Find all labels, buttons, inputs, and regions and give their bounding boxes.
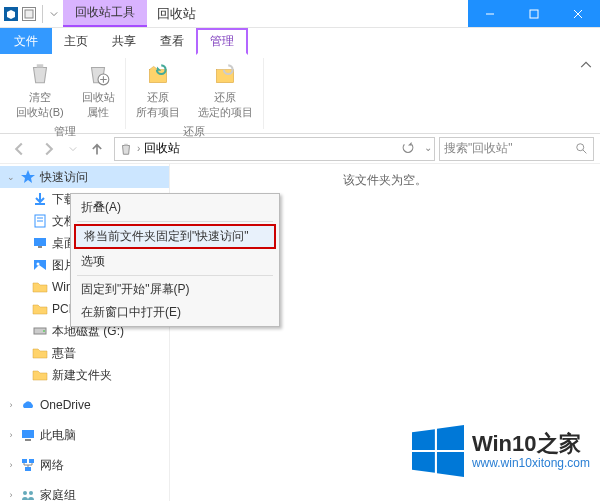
- refresh-button[interactable]: [402, 142, 414, 157]
- close-button[interactable]: [556, 0, 600, 27]
- restore-all-icon: [142, 60, 174, 88]
- context-menu: 折叠(A) 将当前文件夹固定到"快速访问" 选项 固定到"开始"屏幕(P) 在新…: [70, 193, 280, 327]
- svg-rect-21: [25, 439, 31, 441]
- search-placeholder: 搜索"回收站": [444, 140, 513, 157]
- app-icon: [4, 7, 18, 21]
- recycle-bin-properties-button[interactable]: 回收站 属性: [78, 58, 119, 122]
- address-location: 回收站: [144, 140, 180, 157]
- svg-point-19: [43, 330, 45, 332]
- contextual-tab-header: 回收站工具: [63, 0, 147, 27]
- pc-icon: [20, 427, 36, 443]
- folder-icon: [32, 367, 48, 383]
- svg-point-26: [29, 491, 33, 495]
- folder-icon: [32, 301, 48, 317]
- menu-collapse[interactable]: 折叠(A): [73, 196, 277, 219]
- homegroup-icon: [20, 487, 36, 501]
- tree-homegroup[interactable]: ›家庭组: [0, 484, 169, 501]
- tree-this-pc[interactable]: ›此电脑: [0, 424, 169, 446]
- folder-icon: [32, 345, 48, 361]
- ribbon-tabs: 文件 主页 共享 查看 管理: [0, 28, 600, 54]
- window-title: 回收站: [147, 0, 468, 27]
- search-icon: [575, 142, 589, 156]
- svg-rect-15: [38, 246, 42, 248]
- svg-rect-23: [29, 459, 34, 463]
- docs-icon: [32, 213, 48, 229]
- chevron-down-icon[interactable]: ⌄: [424, 142, 432, 153]
- minimize-button[interactable]: [468, 0, 512, 27]
- quick-access-toolbar: [0, 0, 63, 27]
- menu-options[interactable]: 选项: [73, 250, 277, 273]
- tab-share[interactable]: 共享: [100, 28, 148, 54]
- properties-icon: [82, 60, 114, 88]
- cloud-icon: [20, 397, 36, 413]
- qat-properties-icon[interactable]: [22, 7, 36, 21]
- desktop-icon: [32, 235, 48, 251]
- tree-folder[interactable]: 惠普: [0, 342, 169, 364]
- qat-dropdown-icon[interactable]: [49, 5, 59, 23]
- address-path[interactable]: › 回收站 ⌄: [114, 137, 435, 161]
- search-input[interactable]: 搜索"回收站": [439, 137, 594, 161]
- empty-recycle-bin-button[interactable]: 清空 回收站(B): [12, 58, 68, 122]
- download-icon: [32, 191, 48, 207]
- restore-all-button[interactable]: 还原 所有项目: [132, 58, 184, 122]
- windows-logo-icon: [412, 425, 464, 477]
- ribbon-group-label: 管理: [54, 124, 76, 139]
- svg-line-9: [583, 149, 587, 153]
- restore-selected-icon: [209, 60, 241, 88]
- tree-quick-access[interactable]: ⌄快速访问: [0, 166, 169, 188]
- drive-icon: [32, 323, 48, 339]
- menu-pin-to-start[interactable]: 固定到"开始"屏幕(P): [73, 278, 277, 301]
- tree-onedrive[interactable]: ›OneDrive: [0, 394, 169, 416]
- svg-rect-14: [34, 238, 46, 246]
- watermark-title: Win10之家: [472, 432, 590, 456]
- empty-folder-message: 该文件夹为空。: [343, 172, 427, 189]
- svg-rect-20: [22, 430, 34, 438]
- pictures-icon: [32, 257, 48, 273]
- tab-view[interactable]: 查看: [148, 28, 196, 54]
- folder-icon: [32, 279, 48, 295]
- tree-folder[interactable]: 新建文件夹: [0, 364, 169, 386]
- tab-file[interactable]: 文件: [0, 28, 52, 54]
- up-button[interactable]: [84, 137, 110, 161]
- star-icon: [20, 169, 36, 185]
- svg-point-8: [577, 143, 584, 150]
- address-bar: › 回收站 ⌄ 搜索"回收站": [0, 134, 600, 164]
- svg-point-25: [23, 491, 27, 495]
- tree-network[interactable]: ›网络: [0, 454, 169, 476]
- empty-bin-icon: [24, 60, 56, 88]
- menu-open-new-window[interactable]: 在新窗口中打开(E): [73, 301, 277, 324]
- restore-selected-button[interactable]: 还原 选定的项目: [194, 58, 257, 122]
- collapse-ribbon-button[interactable]: [578, 58, 594, 74]
- history-dropdown-icon[interactable]: [66, 137, 80, 161]
- chevron-right-icon: ›: [137, 143, 140, 154]
- ribbon: 清空 回收站(B) 回收站 属性 管理 还原 所有项目 还原 选定的项目 还原: [0, 54, 600, 134]
- maximize-button[interactable]: [512, 0, 556, 27]
- svg-rect-22: [22, 459, 27, 463]
- menu-pin-to-quick-access[interactable]: 将当前文件夹固定到"快速访问": [74, 224, 276, 249]
- recycle-bin-icon: [119, 142, 133, 156]
- network-icon: [20, 457, 36, 473]
- svg-rect-2: [530, 10, 538, 18]
- tab-manage[interactable]: 管理: [196, 28, 248, 55]
- tab-home[interactable]: 主页: [52, 28, 100, 54]
- svg-rect-24: [25, 467, 31, 471]
- svg-rect-0: [25, 10, 33, 18]
- forward-button[interactable]: [36, 137, 62, 161]
- back-button[interactable]: [6, 137, 32, 161]
- watermark-url: www.win10xitong.com: [472, 457, 590, 470]
- watermark: Win10之家 www.win10xitong.com: [412, 425, 590, 477]
